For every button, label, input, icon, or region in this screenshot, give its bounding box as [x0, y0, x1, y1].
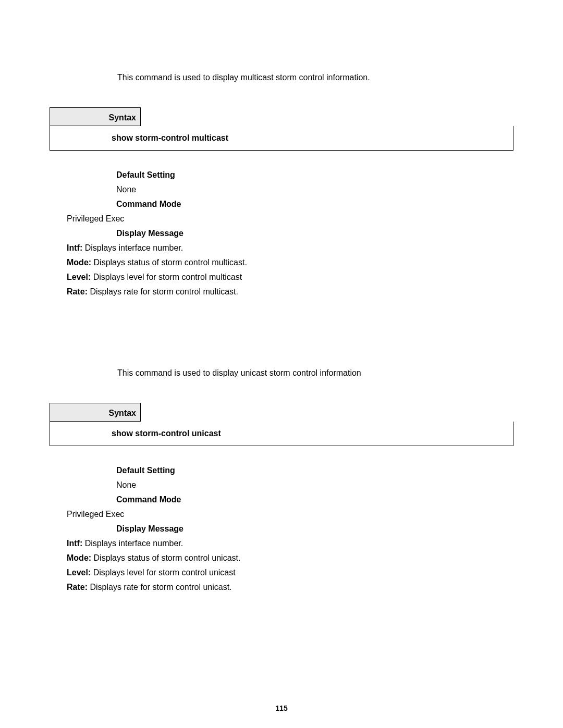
message-term: Intf:: [67, 243, 82, 252]
message-desc: Displays rate for storm control unicast.: [88, 583, 232, 591]
command-mode-label: Command Mode: [116, 200, 513, 209]
syntax-command: show storm-control unicast: [50, 422, 513, 446]
message-term: Level:: [67, 273, 91, 281]
message-line: Intf: Displays interface number.: [67, 539, 513, 548]
message-line: Level: Displays level for storm control …: [67, 273, 513, 282]
message-line: Rate: Displays rate for storm control un…: [67, 583, 513, 592]
details-block: Default Setting None Command Mode Privil…: [50, 466, 513, 592]
message-line: Mode: Displays status of storm control u…: [67, 553, 513, 563]
message-term: Level:: [67, 568, 91, 577]
message-line: Mode: Displays status of storm control m…: [67, 258, 513, 267]
section-gap: [50, 302, 513, 368]
details-block: Default Setting None Command Mode Privil…: [50, 170, 513, 297]
message-desc: Displays interface number.: [82, 243, 183, 252]
default-setting-label: Default Setting: [116, 466, 513, 475]
default-setting-value: None: [116, 185, 513, 194]
message-line: Intf: Displays interface number.: [67, 243, 513, 253]
default-setting-label: Default Setting: [116, 170, 513, 180]
message-term: Mode:: [67, 553, 91, 562]
message-desc: Displays level for storm control multica…: [91, 273, 242, 281]
syntax-command: show storm-control multicast: [50, 126, 513, 151]
intro-text: This command is used to display multicas…: [117, 73, 513, 82]
message-desc: Displays interface number.: [82, 539, 183, 548]
command-mode-value: Privileged Exec: [67, 510, 513, 519]
message-term: Mode:: [67, 258, 91, 267]
message-term: Intf:: [67, 539, 82, 548]
syntax-header: Syntax: [50, 403, 141, 422]
message-desc: Displays status of storm control multica…: [91, 258, 247, 267]
display-message-label: Display Message: [116, 229, 513, 238]
message-line: Rate: Displays rate for storm control mu…: [67, 287, 513, 297]
message-desc: Displays rate for storm control multicas…: [88, 287, 238, 296]
default-setting-value: None: [116, 480, 513, 490]
syntax-header: Syntax: [50, 107, 141, 126]
message-desc: Displays level for storm control unicast: [91, 568, 235, 577]
display-message-label: Display Message: [116, 524, 513, 534]
message-line: Level: Displays level for storm control …: [67, 568, 513, 577]
page-container: This command is used to display multicas…: [0, 0, 563, 728]
message-term: Rate:: [67, 287, 88, 296]
page-number: 115: [0, 704, 563, 712]
message-desc: Displays status of storm control unicast…: [91, 553, 240, 562]
command-mode-label: Command Mode: [116, 495, 513, 504]
message-term: Rate:: [67, 583, 88, 591]
intro-text: This command is used to display unicast …: [117, 368, 513, 378]
command-mode-value: Privileged Exec: [67, 214, 513, 224]
